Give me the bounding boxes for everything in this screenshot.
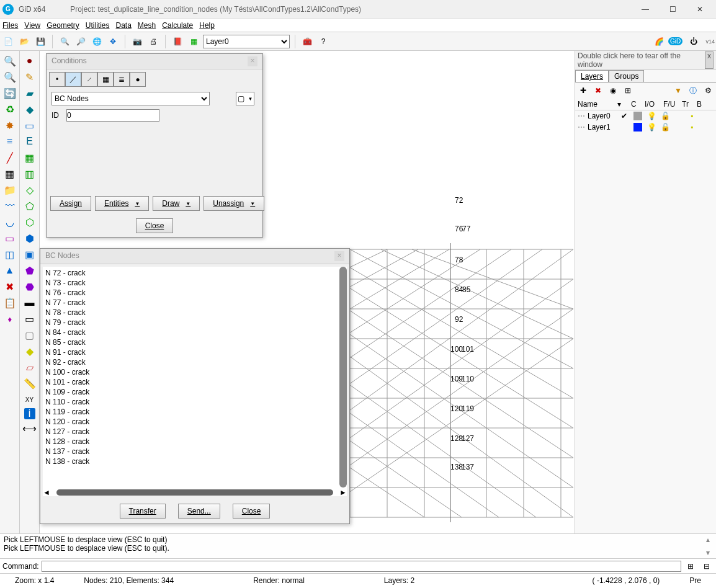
mesh-view-icon[interactable]: ▦ [22,150,37,165]
list-item[interactable]: N 84 - crack [44,327,346,337]
tab-layers[interactable]: Layers [575,70,609,82]
list-item[interactable]: N 138 - crack [44,457,346,466]
rotate-icon[interactable]: 🔄 [2,86,17,100]
bulb-icon[interactable]: 💡 [647,123,656,131]
element-icon[interactable]: E [22,134,37,149]
delete-icon[interactable]: ✖ [2,279,17,294]
cmd-tool-a-icon[interactable]: ⊞ [684,559,697,573]
dot-icon[interactable]: ● [22,53,37,68]
list-item[interactable]: N 128 - crack [44,437,346,447]
unassign-button[interactable]: Unassign [204,196,264,211]
list-icon[interactable]: ≡ [2,134,17,149]
layer-row[interactable]: ⋯ Layer0 ✔ 💡 🔓 ▪ [575,110,716,122]
msg-scroll-up-icon[interactable]: ▴ [706,535,715,544]
purple-a-icon[interactable]: ⬟ [22,263,37,278]
preferences-icon[interactable]: 🧰 [300,35,314,48]
entities-button[interactable]: Entities [95,196,149,211]
arc-tool-icon[interactable]: ◡ [2,215,17,229]
conditions-panel-header[interactable]: Conditions × [47,54,262,69]
mesh-surf-icon[interactable]: ▥ [22,166,37,181]
list-item[interactable]: N 127 - crack [44,427,346,437]
cube-tool-icon[interactable]: ◫ [2,247,17,262]
pan-icon[interactable]: ✥ [106,35,120,48]
shape-b-icon[interactable]: ⬡ [22,215,37,229]
list-item[interactable]: N 72 - crack [44,268,346,278]
info-icon[interactable]: i [24,408,35,419]
list-item[interactable]: N 120 - crack [44,417,346,427]
layer-tree-icon[interactable]: ⊞ [621,84,635,97]
menu-mesh[interactable]: Mesh [138,21,156,30]
zoom-in-icon[interactable]: 🔍 [58,35,71,48]
cursor-icon[interactable]: ⬧ [2,311,17,326]
layer-color-swatch[interactable] [633,123,642,131]
layers-tool-icon[interactable]: ▦ [2,166,17,181]
layer-select[interactable]: Layer0 [203,35,290,48]
layer-delete-icon[interactable]: ✖ [591,84,605,97]
lock-icon[interactable]: 🔓 [661,112,672,120]
list-item[interactable]: N 92 - crack [44,357,346,367]
explode-icon[interactable]: ✸ [2,118,17,133]
new-icon[interactable]: 📄 [1,35,15,48]
list-item[interactable]: N 91 - crack [44,347,346,357]
back-icon[interactable]: ▪ [691,123,699,131]
edit-icon[interactable]: ✎ [22,69,37,84]
menu-utilities[interactable]: Utilities [86,21,110,30]
list-item[interactable]: N 85 - crack [44,337,346,347]
maximize-button[interactable]: ☐ [659,1,686,18]
zoom-tool-icon[interactable]: 🔍 [2,53,17,68]
msg-scroll-down-icon[interactable]: ▾ [706,548,715,557]
layer-color-swatch[interactable] [633,112,642,120]
bulb-icon[interactable]: 💡 [647,112,656,120]
folder-icon[interactable]: 📁 [2,182,17,197]
send-button[interactable]: Send... [178,504,220,519]
list-item[interactable]: N 77 - crack [44,298,346,308]
minimize-button[interactable]: — [632,1,659,18]
close-button[interactable]: ✕ [686,1,714,18]
command-input[interactable] [42,561,681,572]
layer-off-icon[interactable]: ◉ [606,84,620,97]
red-rect-icon[interactable]: ▱ [22,360,37,375]
canvas[interactable]: 7276777884859210010110911012011912812713… [40,51,575,533]
tab-groups[interactable]: Groups [609,70,644,82]
list-item[interactable]: N 78 - crack [44,308,346,318]
menu-data[interactable]: Data [116,21,132,30]
list-item[interactable]: N 109 - crack [44,387,346,397]
cond-tab-curve-icon[interactable]: ⟋ [81,72,97,87]
menu-geometry[interactable]: Geometry [47,21,79,30]
prism-tool-icon[interactable]: ▲ [2,263,17,278]
menu-view[interactable]: View [24,21,40,30]
line-tool-icon[interactable]: ╱ [2,150,17,165]
help-icon[interactable]: ? [316,35,330,48]
list-item[interactable]: N 110 - crack [44,397,346,407]
conditions-close-button[interactable]: Close [136,218,174,233]
save-icon[interactable]: 💾 [34,35,47,48]
layer-check[interactable]: ✔ [621,112,629,120]
properties-icon[interactable]: 📋 [2,295,17,310]
gid-logo-icon[interactable]: GiD [668,35,682,48]
cond-tab-layers-icon[interactable]: ≣ [114,72,130,87]
shape-c-icon[interactable]: ⬢ [22,231,37,246]
open-icon[interactable]: 📂 [17,35,31,48]
recycle-icon[interactable]: ♻ [2,102,17,117]
bc-list[interactable]: N 72 - crackN 73 - crackN 76 - crackN 77… [43,267,347,496]
volume-icon[interactable]: ◆ [22,102,37,117]
cmd-tool-b-icon[interactable]: ⊟ [700,559,714,573]
layer-row[interactable]: ⋯ Layer1 💡 🔓 ▪ [575,122,716,133]
assign-button[interactable]: Assign [50,196,91,211]
purple-b-icon[interactable]: ⬣ [22,279,37,294]
layer-new-icon[interactable]: ✚ [576,84,590,97]
id-input[interactable] [66,109,159,122]
shape-a-icon[interactable]: ⬠ [22,198,37,213]
cond-tab-surface-icon[interactable]: ▦ [97,72,114,87]
outline-icon[interactable]: ◇ [22,182,37,197]
preprocess-icon[interactable]: 📕 [171,35,184,48]
list-item[interactable]: N 73 - crack [44,278,346,288]
surface-icon[interactable]: ▰ [22,86,37,100]
list-item[interactable]: N 101 - crack [44,377,346,387]
yellow-icon[interactable]: ◆ [22,344,37,359]
tearoff-close-icon[interactable]: x [705,51,714,69]
bc-close-button[interactable]: Close [233,504,271,519]
layer-filter-icon[interactable]: ▼ [671,84,685,97]
geom-toggle-button[interactable]: ▢ [236,92,254,105]
gray-a-icon[interactable]: ▢ [22,327,37,342]
